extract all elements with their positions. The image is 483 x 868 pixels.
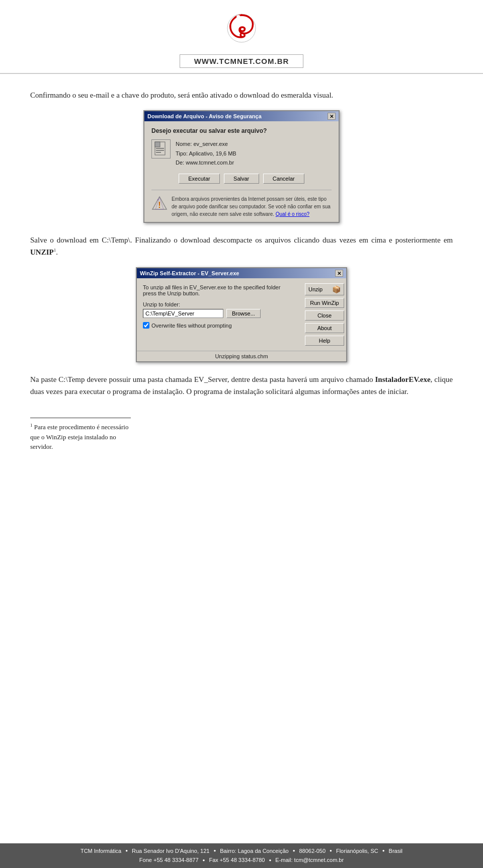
save-paragraph: Salve o download em C:\Temp\. Finalizand… — [30, 234, 453, 258]
winzip-dialog: WinZip Self-Extractor - EV_Server.exe ✕ … — [136, 267, 347, 362]
save-paragraph-text: Salve o download em C:\Temp\. Finalizand… — [30, 236, 453, 256]
warning-icon: ! — [151, 195, 168, 211]
svg-rect-9 — [157, 199, 158, 200]
overwrite-checkbox[interactable] — [143, 322, 149, 329]
ev-server-paragraph: Na paste C:\Temp devere possuir uma past… — [30, 373, 453, 398]
overwrite-label: Overwrite files without prompting — [151, 323, 232, 329]
header-url: WWW.TCMNET.COM.BR — [180, 54, 304, 68]
download-dialog: Download de Arquivo - Aviso de Segurança… — [143, 110, 340, 223]
company-logo — [221, 9, 262, 49]
file-icon — [151, 139, 171, 159]
footer-phone: Fone +55 48 3334-8877 — [139, 855, 199, 865]
download-dialog-close-button[interactable]: ✕ — [328, 113, 336, 120]
svg-rect-3 — [155, 142, 160, 147]
download-dialog-wrapper: Download de Arquivo - Aviso de Segurança… — [30, 110, 453, 223]
main-content: Confirmando o seu e-mail e a chave do pr… — [0, 89, 483, 452]
winzip-folder-row: Browse... — [143, 309, 295, 318]
winzip-main-area: To unzip all files in EV_Server.exe to t… — [137, 278, 346, 351]
execute-button[interactable]: Executar — [179, 174, 219, 184]
run-winzip-button[interactable]: Run WinZip — [305, 298, 344, 308]
winzip-folder-label: Unzip to folder: — [143, 301, 295, 307]
winzip-left-panel: To unzip all files in EV_Server.exe to t… — [137, 278, 301, 351]
winzip-status-bar: Unzipping status.chm — [137, 351, 346, 361]
footnote-section: 1 Para este procedimento é necessário qu… — [30, 418, 131, 452]
download-warning: ! Embora arquivos provenientes da Intern… — [151, 190, 332, 218]
download-file-info: Nome: ev_server.exe Tipo: Aplicativo, 19… — [151, 139, 332, 168]
svg-rect-4 — [156, 148, 164, 149]
footer-contact-line: Fone +55 48 3334-8877 ● Fax +55 48 3334-… — [5, 855, 478, 865]
winzip-close-button[interactable]: Close — [305, 310, 344, 321]
footer-dot-2: ● — [213, 847, 216, 854]
overwrite-checkbox-row: Overwrite files without prompting — [143, 322, 295, 329]
svg-point-1 — [236, 15, 240, 19]
svg-text:!: ! — [158, 201, 160, 209]
footer-cep: 88062-050 — [299, 846, 326, 856]
file-name-value: ev_server.exe — [193, 141, 227, 147]
save-button[interactable]: Salvar — [224, 174, 259, 184]
warning-link[interactable]: Qual é o risco? — [276, 211, 309, 217]
unzip-icon: 📦 — [332, 285, 341, 293]
footnote-content: Para este procedimento é necessário que … — [30, 423, 128, 450]
footer-email: E-mail: tcm@tcmnet.com.br — [275, 855, 344, 865]
cancel-button[interactable]: Cancelar — [263, 174, 304, 184]
footer-dot-7: ● — [269, 857, 271, 864]
footer-dot-6: ● — [203, 857, 205, 864]
intro-paragraph: Confirmando o seu e-mail e a chave do pr… — [30, 89, 453, 101]
file-details: Nome: ev_server.exe Tipo: Aplicativo, 19… — [176, 139, 236, 168]
footnote-number: 1 — [30, 423, 33, 428]
winzip-status-text: Unzipping status.chm — [215, 353, 268, 359]
footer-dot-3: ● — [293, 847, 295, 854]
page-footer: TCM Informática ● Rua Senador Ivo D'Aqui… — [0, 843, 483, 868]
footer-dot-1: ● — [125, 847, 128, 854]
warning-text-container: Embora arquivos provenientes da Internet… — [172, 195, 332, 218]
footer-dot-4: ● — [330, 847, 332, 854]
footer-city: Florianópolis, SC — [336, 846, 378, 856]
about-button[interactable]: About — [305, 323, 344, 333]
footnote-text: 1 Para este procedimento é necessário qu… — [30, 422, 131, 452]
winzip-description: To unzip all files in EV_Server.exe to t… — [143, 284, 295, 296]
file-from-value: www.tcmnet.com.br — [186, 160, 234, 166]
winzip-title: WinZip Self-Extractor - EV_Server.exe — [140, 270, 239, 276]
download-dialog-buttons: Executar Salvar Cancelar — [151, 174, 332, 184]
file-from-label: De: — [176, 160, 184, 166]
unzip-button[interactable]: Unzip 📦 — [305, 283, 344, 295]
download-dialog-content: Desejo executar ou salvar este arquivo? — [144, 121, 339, 222]
winzip-folder-input[interactable] — [143, 309, 223, 318]
footer-dot-5: ● — [382, 847, 385, 854]
file-type-value: Aplicativo, 19,6 MB — [189, 150, 236, 156]
browse-button[interactable]: Browse... — [226, 309, 261, 318]
page-header: WWW.TCMNET.COM.BR — [0, 0, 483, 74]
svg-rect-5 — [156, 150, 164, 151]
help-button[interactable]: Help — [305, 336, 344, 346]
footer-company-line: TCM Informática ● Rua Senador Ivo D'Aqui… — [5, 846, 478, 856]
footer-country: Brasil — [389, 846, 403, 856]
footer-fax: Fax +55 48 3334-8780 — [209, 855, 265, 865]
file-type-row: Tipo: Aplicativo, 19,6 MB — [176, 149, 236, 159]
ev-server-text-start: Na paste C:\Temp devere possuir uma past… — [30, 375, 375, 383]
file-name-row: Nome: ev_server.exe — [176, 139, 236, 149]
winzip-close-icon[interactable]: ✕ — [335, 270, 343, 277]
download-dialog-titlebar: Download de Arquivo - Aviso de Segurança… — [144, 111, 339, 121]
footer-company: TCM Informática — [80, 846, 121, 856]
winzip-dialog-wrapper: WinZip Self-Extractor - EV_Server.exe ✕ … — [30, 267, 453, 362]
footer-neighborhood: Bairro: Lagoa da Conceição — [220, 846, 288, 856]
ev-server-bold: InstaladorEV.exe — [375, 375, 430, 383]
winzip-right-panel: Unzip 📦 Run WinZip Close About Help — [301, 278, 346, 351]
file-from-row: De: www.tcmnet.com.br — [176, 158, 236, 168]
svg-rect-6 — [156, 152, 161, 153]
winzip-titlebar: WinZip Self-Extractor - EV_Server.exe ✕ — [137, 268, 346, 278]
unzip-button-label: Unzip — [308, 286, 323, 292]
download-dialog-title: Download de Arquivo - Aviso de Segurança — [147, 113, 262, 119]
download-dialog-question: Desejo executar ou salvar este arquivo? — [151, 127, 332, 134]
file-name-label: Nome: — [176, 141, 192, 147]
file-type-label: Tipo: — [176, 150, 188, 156]
footer-address: Rua Senador Ivo D'Aquino, 121 — [132, 846, 209, 856]
